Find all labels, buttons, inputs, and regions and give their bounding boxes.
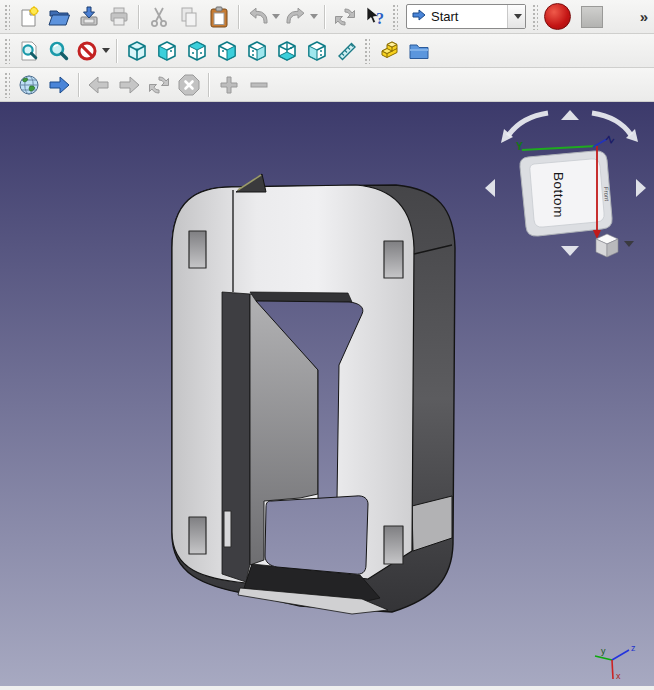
undo-button[interactable] [244, 2, 282, 32]
axis-y-label: y [601, 646, 606, 656]
model-funnel-top-wall [250, 292, 352, 302]
workbench-dropdown-button[interactable] [507, 5, 525, 28]
nav-back-button[interactable] [84, 70, 114, 100]
fit-all-button[interactable] [14, 36, 44, 66]
cut-icon [147, 5, 171, 29]
svg-text:?: ? [376, 10, 384, 27]
toolbar-drag-handle[interactable] [392, 4, 398, 30]
separator [116, 39, 118, 63]
toolbar-drag-handle[interactable] [532, 4, 538, 30]
globe-icon [17, 73, 41, 97]
undo-icon [246, 5, 270, 29]
save-icon [77, 5, 101, 29]
whats-this-icon: ? [363, 5, 387, 29]
toolbar-overflow-button[interactable]: » [640, 8, 648, 25]
view-top-cube-icon [185, 39, 209, 63]
axis-z-label: z [631, 643, 636, 653]
axis-x-label: x [616, 671, 621, 681]
toolbar-navigation [0, 68, 654, 102]
view-axonometric-button[interactable] [122, 36, 152, 66]
view-rear-button[interactable] [242, 36, 272, 66]
model-pocket-bottom-left [189, 517, 206, 554]
axonometric-cube-icon [125, 39, 149, 63]
separator [138, 5, 140, 29]
view-right-cube-icon [215, 39, 239, 63]
fit-selection-button[interactable] [44, 36, 74, 66]
group-folder-icon [407, 39, 431, 63]
redo-dropdown-arrow[interactable] [310, 14, 318, 19]
model-slot-bottom-left [224, 511, 231, 547]
workbench-selector[interactable]: Start [406, 4, 526, 29]
draw-style-button[interactable] [74, 36, 112, 66]
nav-cube-y-label: Y [516, 141, 523, 152]
cad-model[interactable] [172, 174, 455, 614]
separator [238, 5, 240, 29]
new-document-button[interactable] [14, 2, 44, 32]
whats-this-button[interactable]: ? [360, 2, 390, 32]
fit-all-icon [17, 39, 41, 63]
redo-button[interactable] [282, 2, 320, 32]
measure-distance-button[interactable] [332, 36, 362, 66]
macro-record-button[interactable] [542, 2, 572, 32]
open-button[interactable] [44, 2, 74, 32]
toolbar-drag-handle[interactable] [364, 38, 370, 64]
draw-style-icon [76, 39, 100, 63]
view-right-button[interactable] [212, 36, 242, 66]
nav-cube-face-label[interactable]: Bottom [551, 172, 566, 218]
nav-stop-button[interactable] [174, 70, 204, 100]
3d-scene[interactable]: Bottom Front Y Z y z x [0, 102, 654, 686]
start-page-button[interactable] [44, 70, 74, 100]
paste-button[interactable] [204, 2, 234, 32]
view-left-button[interactable] [302, 36, 332, 66]
separator [208, 73, 210, 97]
zoom-out-button[interactable] [244, 70, 274, 100]
refresh-button[interactable] [330, 2, 360, 32]
create-group-button[interactable] [404, 36, 434, 66]
nav-cube-mini-cube[interactable] [596, 234, 618, 257]
copy-button[interactable] [174, 2, 204, 32]
separator [324, 5, 326, 29]
view-rear-cube-icon [245, 39, 269, 63]
measure-ruler-icon [335, 39, 359, 63]
new-document-icon [17, 5, 41, 29]
macro-record-icon [544, 3, 571, 30]
toolbar-area: ? Start » [0, 0, 654, 102]
3d-viewport[interactable]: Bottom Front Y Z y z x [0, 102, 654, 686]
model-pocket-bottom-right [384, 526, 403, 564]
create-part-button[interactable] [374, 36, 404, 66]
nav-forward-button[interactable] [114, 70, 144, 100]
view-bottom-button[interactable] [272, 36, 302, 66]
part-icon [377, 39, 401, 63]
macro-stop-button[interactable] [581, 6, 603, 28]
view-left-cube-icon [305, 39, 329, 63]
cut-button[interactable] [144, 2, 174, 32]
undo-dropdown-arrow[interactable] [272, 14, 280, 19]
model-bottom-hole [265, 496, 368, 574]
view-top-button[interactable] [182, 36, 212, 66]
redo-icon [284, 5, 308, 29]
stop-icon [177, 73, 201, 97]
workbench-value: Start [431, 9, 507, 24]
draw-style-dropdown-arrow[interactable] [102, 48, 110, 53]
view-front-button[interactable] [152, 36, 182, 66]
nav-refresh-button[interactable] [144, 70, 174, 100]
refresh-page-icon [147, 73, 171, 97]
fit-selection-icon [47, 39, 71, 63]
paste-icon [207, 5, 231, 29]
axis-x-line [612, 660, 613, 679]
toolbar-drag-handle[interactable] [4, 4, 10, 30]
copy-icon [177, 5, 201, 29]
zoom-in-button[interactable] [214, 70, 244, 100]
print-button[interactable] [104, 2, 134, 32]
print-icon [107, 5, 131, 29]
blue-arrow-right-icon [47, 73, 71, 97]
model-pocket-top-left [189, 231, 206, 268]
model-pocket-top-right [384, 241, 403, 278]
plus-icon [217, 73, 241, 97]
toolbar-drag-handle[interactable] [4, 72, 10, 98]
toolbar-drag-handle[interactable] [4, 38, 10, 64]
open-website-button[interactable] [14, 70, 44, 100]
nav-cube-side-label[interactable]: Front [603, 187, 610, 202]
back-arrow-icon [87, 73, 111, 97]
save-button[interactable] [74, 2, 104, 32]
